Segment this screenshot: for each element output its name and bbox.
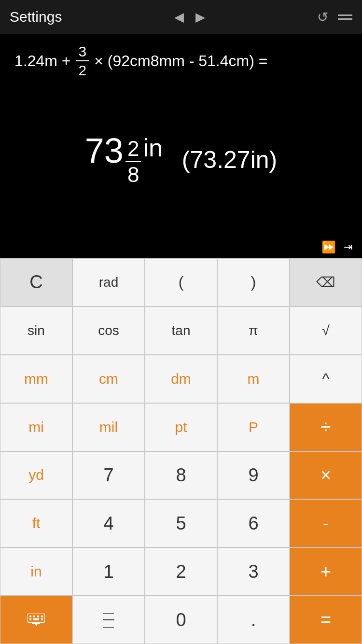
ft-button[interactable]: ft — [0, 499, 72, 547]
nav-right-arrow[interactable]: ▶ — [195, 10, 205, 25]
cm-button[interactable]: cm — [72, 355, 145, 403]
yd-button[interactable]: yd — [0, 451, 72, 500]
m-button[interactable]: m — [217, 355, 290, 403]
4-button[interactable]: 4 — [72, 499, 145, 547]
1-button[interactable]: 1 — [72, 547, 145, 596]
tan-button[interactable]: tan — [145, 307, 217, 355]
undo-icon[interactable]: ↺ — [317, 9, 328, 25]
header-icons: ↺ — [317, 9, 352, 25]
pt-button[interactable]: pt — [145, 403, 217, 451]
header-nav: ◀ ▶ — [174, 10, 205, 25]
sqrt-button[interactable]: √ — [290, 307, 362, 355]
result-row: 73 2 8 in (73.27in) — [14, 88, 348, 232]
result-unit-label: in — [143, 133, 162, 162]
cos-button[interactable]: cos — [72, 307, 145, 355]
result-fraction-part: 2 8 — [125, 137, 141, 187]
fraction-toggle-button[interactable]: — — — [72, 596, 145, 644]
expr-prefix: 1.24m + — [14, 50, 71, 72]
result-numerator: 2 — [125, 137, 141, 162]
expand-icon[interactable]: ⇥ — [344, 241, 352, 253]
pi-button[interactable]: π — [217, 307, 290, 355]
svg-rect-0 — [28, 614, 45, 622]
sin-button[interactable]: sin — [0, 307, 72, 355]
settings-title[interactable]: Settings — [10, 9, 62, 25]
svg-rect-7 — [41, 618, 43, 620]
svg-rect-4 — [41, 616, 43, 617]
fraction-display: 3 2 — [76, 43, 90, 78]
subtract-button[interactable]: - — [290, 499, 362, 547]
dm-button[interactable]: dm — [145, 355, 217, 403]
power-button[interactable]: ^ — [290, 355, 362, 403]
2-button[interactable]: 2 — [145, 547, 217, 596]
backspace-button[interactable]: ⌫ — [290, 258, 362, 307]
result-whole: 73 — [85, 133, 124, 168]
clear-button[interactable]: C — [0, 258, 72, 307]
rad-button[interactable]: rad — [72, 258, 145, 307]
keyboard-button[interactable] — [0, 596, 72, 644]
3-button[interactable]: 3 — [217, 547, 290, 596]
result-mixed-fraction: 73 2 8 in — [85, 133, 163, 187]
9-button[interactable]: 9 — [217, 451, 290, 500]
controls-row: ⏩ ⇥ — [0, 237, 362, 258]
svg-rect-1 — [29, 616, 31, 617]
6-button[interactable]: 6 — [217, 499, 290, 547]
8-button[interactable]: 8 — [145, 451, 217, 500]
mm-button[interactable]: mm — [0, 355, 72, 403]
header-bar: Settings ◀ ▶ ↺ — [0, 0, 362, 34]
svg-rect-5 — [29, 618, 31, 620]
expression-row: 1.24m + 3 2 × (92cm8mm - 51.4cm) = — [14, 43, 348, 78]
display-area: 1.24m + 3 2 × (92cm8mm - 51.4cm) = 73 2 … — [0, 34, 362, 237]
fraction-denominator: 2 — [76, 61, 90, 78]
in-button[interactable]: in — [0, 547, 72, 596]
divide-button[interactable]: ÷ — [290, 403, 362, 451]
result-decimal: (73.27in) — [182, 146, 277, 174]
multiply-button[interactable]: × — [290, 451, 362, 500]
equals-button[interactable]: = — [290, 596, 362, 644]
lparen-button[interactable]: ( — [145, 258, 217, 307]
expr-suffix: × (92cm8mm - 51.4cm) = — [94, 50, 267, 72]
fraction-numerator: 3 — [76, 43, 90, 61]
fast-forward-icon[interactable]: ⏩ — [321, 240, 336, 254]
nav-left-arrow[interactable]: ◀ — [174, 10, 184, 25]
7-button[interactable]: 7 — [72, 451, 145, 500]
svg-rect-6 — [33, 618, 39, 620]
add-button[interactable]: + — [290, 547, 362, 596]
result-denominator: 8 — [125, 162, 141, 186]
menu-icon[interactable] — [338, 14, 352, 20]
P-button[interactable]: P — [217, 403, 290, 451]
keyboard: C rad ( ) ⌫ sin cos tan π √ mm cm dm m ^… — [0, 258, 362, 644]
5-button[interactable]: 5 — [145, 499, 217, 547]
mi-button[interactable]: mi — [0, 403, 72, 451]
decimal-button[interactable]: . — [217, 596, 290, 644]
svg-marker-9 — [34, 623, 38, 626]
svg-rect-2 — [33, 616, 35, 617]
svg-rect-3 — [37, 616, 39, 617]
rparen-button[interactable]: ) — [217, 258, 290, 307]
mil-button[interactable]: mil — [72, 403, 145, 451]
0-button[interactable]: 0 — [145, 596, 217, 644]
